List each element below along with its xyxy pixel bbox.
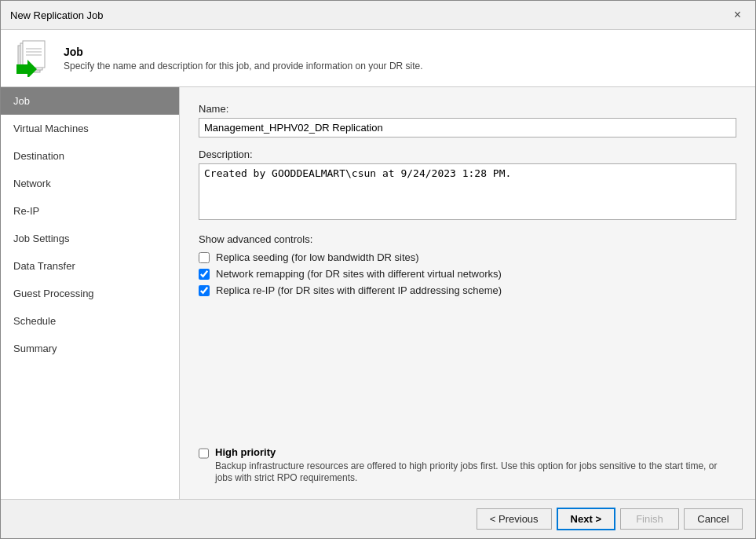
replica-reip-checkbox[interactable] xyxy=(199,285,210,296)
high-priority-section: High priority Backup infrastructure reso… xyxy=(199,438,736,483)
high-priority-text: High priority Backup infrastructure reso… xyxy=(215,446,736,483)
body-area: Job Virtual Machines Destination Network… xyxy=(1,87,755,499)
replica-seeding-checkbox[interactable] xyxy=(199,252,210,263)
name-field-group: Name: xyxy=(199,103,736,138)
header-icon xyxy=(13,39,51,77)
advanced-controls-section: Show advanced controls: Replica seeding … xyxy=(199,233,736,301)
sidebar-item-re-ip[interactable]: Re-IP xyxy=(1,197,179,225)
replica-reip-label[interactable]: Replica re-IP (for DR sites with differe… xyxy=(216,284,502,296)
checkbox-row-replica-reip: Replica re-IP (for DR sites with differe… xyxy=(199,284,736,296)
header-text: Job Specify the name and description for… xyxy=(64,46,423,72)
cancel-button[interactable]: Cancel xyxy=(684,508,743,530)
sidebar-item-summary[interactable]: Summary xyxy=(1,335,179,362)
description-textarea[interactable] xyxy=(199,163,736,220)
network-remapping-checkbox[interactable] xyxy=(199,269,210,280)
main-content: Name: Description: Show advanced control… xyxy=(180,87,755,499)
sidebar-item-job[interactable]: Job xyxy=(1,87,179,115)
sidebar-item-guest-processing[interactable]: Guest Processing xyxy=(1,280,179,307)
name-input[interactable] xyxy=(199,118,736,138)
header-description: Specify the name and description for thi… xyxy=(64,60,423,72)
checkbox-row-seeding: Replica seeding (for low bandwidth DR si… xyxy=(199,251,736,263)
description-label: Description: xyxy=(199,148,736,160)
sidebar-item-virtual-machines[interactable]: Virtual Machines xyxy=(1,115,179,142)
sidebar-item-job-settings[interactable]: Job Settings xyxy=(1,225,179,252)
sidebar: Job Virtual Machines Destination Network… xyxy=(1,87,180,499)
spacer xyxy=(199,312,736,427)
checkbox-row-network-remapping: Network remapping (for DR sites with dif… xyxy=(199,268,736,280)
svg-rect-2 xyxy=(23,41,45,68)
footer: < Previous Next > Finish Cancel xyxy=(1,499,755,538)
header-area: Job Specify the name and description for… xyxy=(1,30,755,87)
high-priority-row: High priority Backup infrastructure reso… xyxy=(199,446,736,483)
advanced-controls-label: Show advanced controls: xyxy=(199,233,736,245)
sidebar-item-network[interactable]: Network xyxy=(1,170,179,197)
previous-button[interactable]: < Previous xyxy=(477,508,552,530)
title-bar: New Replication Job × xyxy=(1,1,755,30)
name-label: Name: xyxy=(199,103,736,115)
high-priority-checkbox[interactable] xyxy=(199,448,209,459)
finish-button[interactable]: Finish xyxy=(620,508,679,530)
dialog-title: New Replication Job xyxy=(10,9,104,21)
next-button[interactable]: Next > xyxy=(557,508,615,530)
high-priority-description: Backup infrastructure resources are offe… xyxy=(215,460,717,483)
sidebar-item-destination[interactable]: Destination xyxy=(1,142,179,170)
close-button[interactable]: × xyxy=(729,7,746,23)
sidebar-item-schedule[interactable]: Schedule xyxy=(1,307,179,335)
high-priority-title: High priority xyxy=(215,446,736,458)
header-title: Job xyxy=(64,46,423,58)
network-remapping-label[interactable]: Network remapping (for DR sites with dif… xyxy=(216,268,502,280)
sidebar-item-data-transfer[interactable]: Data Transfer xyxy=(1,252,179,280)
dialog-window: New Replication Job × Job Specify the na… xyxy=(0,0,756,539)
replica-seeding-label[interactable]: Replica seeding (for low bandwidth DR si… xyxy=(216,251,419,263)
description-field-group: Description: xyxy=(199,148,736,222)
